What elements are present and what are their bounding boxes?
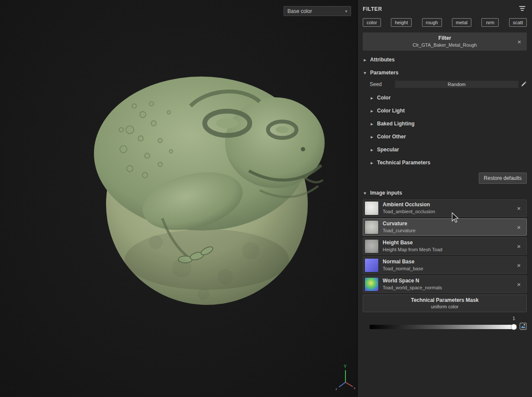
- image-input-source: Height Map from Mesh Toad: [383, 247, 442, 253]
- section-attributes-label: Attributes: [370, 57, 395, 63]
- section-parameters-label: Parameters: [370, 70, 398, 76]
- remove-input-icon[interactable]: ×: [514, 205, 523, 212]
- mask-button-title: Technical Parameters Mask: [363, 297, 526, 303]
- seed-row: Seed Random: [370, 79, 527, 90]
- row-text: Height Base Height Map from Mesh Toad: [383, 239, 442, 253]
- channel-button-height[interactable]: height: [391, 18, 412, 27]
- param-group-specular[interactable]: ▸ Specular: [370, 143, 527, 156]
- section-image-inputs-label: Image inputs: [370, 190, 402, 196]
- slider-image-picker-icon[interactable]: [519, 323, 527, 331]
- image-input-name: Height Base: [383, 239, 442, 247]
- axis-gizmo: Y x z: [334, 362, 358, 394]
- image-input-source: Toad_normal_base: [383, 266, 423, 272]
- chevron-right-icon: ▸: [370, 122, 374, 126]
- image-input-source: Toad_world_space_normals: [383, 285, 442, 291]
- section-parameters[interactable]: ▾ Parameters: [363, 66, 527, 79]
- normal-base-thumbnail: [364, 258, 379, 272]
- remove-input-icon[interactable]: ×: [514, 243, 523, 250]
- chevron-down-icon: ▾: [345, 9, 347, 13]
- filter-close-icon[interactable]: ×: [515, 38, 524, 45]
- param-group-color[interactable]: ▸ Color: [370, 91, 527, 104]
- panel-title: FILTER: [363, 6, 382, 12]
- chevron-right-icon: ▸: [370, 96, 374, 100]
- viewport-canvas[interactable]: [0, 0, 357, 397]
- param-group-color-other[interactable]: ▸ Color Other: [370, 130, 527, 143]
- row-text: World Space N Toad_world_space_normals: [383, 277, 442, 291]
- axis-z-label: z: [335, 387, 337, 391]
- image-input-normal-base[interactable]: Normal Base Toad_normal_base ×: [363, 256, 527, 274]
- chevron-right-icon: ▸: [370, 147, 374, 152]
- image-input-source: Toad_ambient_occlusion: [383, 208, 435, 215]
- viewport-3d: Base color ▾ Y x z: [0, 0, 357, 397]
- param-group-baked-lighting[interactable]: ▸ Baked Lighting: [370, 117, 527, 130]
- channel-buttons: color height rough metal nrm scatt: [358, 18, 532, 27]
- param-group-technical-parameters[interactable]: ▸ Technical Parameters: [370, 156, 527, 169]
- chevron-right-icon: ▸: [363, 58, 367, 62]
- world-space-normals-thumbnail: [364, 277, 379, 291]
- param-group-specular-label: Specular: [377, 147, 399, 153]
- app-window: Base color ▾ Y x z FILTER: [0, 0, 532, 397]
- image-input-name: Normal Base: [383, 258, 423, 266]
- section-attributes[interactable]: ▸ Attributes: [363, 53, 527, 66]
- channel-button-metal[interactable]: metal: [452, 18, 471, 27]
- image-input-curvature[interactable]: Curvature Toad_curvature ×: [363, 218, 527, 236]
- opacity-slider-block: 1: [370, 316, 527, 331]
- opacity-slider-handle[interactable]: [511, 324, 517, 330]
- viewport-channel-dropdown-value: Base color: [287, 8, 312, 14]
- section-image-inputs[interactable]: ▾ Image inputs: [363, 186, 527, 199]
- opacity-slider-track[interactable]: [370, 325, 516, 329]
- seed-value-field[interactable]: Random: [395, 80, 519, 88]
- param-group-color-light-label: Color Light: [377, 108, 405, 114]
- restore-defaults-button[interactable]: Restore defaults: [479, 173, 527, 184]
- opacity-slider-value: 1: [370, 316, 527, 322]
- toad-model-render: [0, 0, 357, 397]
- param-group-baked-lighting-label: Baked Lighting: [377, 121, 415, 127]
- axis-y-label: Y: [344, 364, 347, 369]
- row-text: Curvature Toad_curvature: [383, 220, 416, 234]
- viewport-channel-dropdown[interactable]: Base color ▾: [284, 6, 351, 16]
- filter-card-name: Clr_GTA_Baker_Metal_Rough: [376, 42, 514, 48]
- image-input-height-base[interactable]: Height Base Height Map from Mesh Toad ×: [363, 237, 527, 255]
- seed-edit-pencil-icon[interactable]: [521, 81, 527, 88]
- filter-card[interactable]: Filter Clr_GTA_Baker_Metal_Rough ×: [363, 32, 527, 51]
- remove-input-icon[interactable]: ×: [514, 262, 523, 269]
- mask-button-subtitle: uniform color: [363, 304, 526, 309]
- channel-button-scatt[interactable]: scatt: [509, 18, 527, 27]
- filter-list-icon[interactable]: [518, 5, 527, 13]
- channel-button-color[interactable]: color: [363, 18, 381, 27]
- image-input-name: World Space N: [383, 277, 442, 285]
- image-input-source: Toad_curvature: [383, 227, 416, 234]
- remove-input-icon[interactable]: ×: [514, 281, 523, 288]
- curvature-thumbnail: [364, 220, 379, 234]
- image-input-ambient-occlusion[interactable]: Ambient Occlusion Toad_ambient_occlusion…: [363, 199, 527, 217]
- technical-parameters-mask-button[interactable]: Technical Parameters Mask uniform color: [363, 295, 527, 312]
- seed-label: Seed: [370, 81, 395, 87]
- chevron-right-icon: ▸: [370, 134, 374, 139]
- filter-panel: FILTER color height rough metal nrm scat…: [357, 0, 532, 397]
- chevron-right-icon: ▸: [370, 160, 374, 165]
- chevron-down-icon: ▾: [363, 70, 367, 75]
- panel-header: FILTER: [358, 0, 532, 18]
- param-group-technical-parameters-label: Technical Parameters: [377, 160, 430, 166]
- remove-input-icon[interactable]: ×: [514, 224, 523, 231]
- slider-row: [370, 323, 527, 331]
- seed-value: Random: [448, 82, 466, 87]
- image-input-name: Curvature: [383, 220, 416, 227]
- param-group-color-light[interactable]: ▸ Color Light: [370, 104, 527, 117]
- param-group-color-other-label: Color Other: [377, 134, 406, 140]
- ambient-occlusion-thumbnail: [364, 201, 379, 215]
- chevron-right-icon: ▸: [370, 109, 374, 113]
- chevron-down-icon: ▾: [363, 191, 367, 195]
- channel-button-rough[interactable]: rough: [422, 18, 442, 27]
- row-text: Ambient Occlusion Toad_ambient_occlusion: [383, 201, 435, 215]
- param-group-color-label: Color: [377, 95, 390, 101]
- row-text: Normal Base Toad_normal_base: [383, 258, 423, 272]
- image-input-world-space-normals[interactable]: World Space N Toad_world_space_normals ×: [363, 275, 527, 293]
- image-input-name: Ambient Occlusion: [383, 201, 435, 208]
- filter-card-title: Filter: [376, 35, 514, 41]
- height-base-thumbnail: [364, 239, 379, 253]
- axis-x-label: x: [354, 386, 355, 390]
- panel-body: ▸ Attributes ▾ Parameters Seed Random: [358, 51, 532, 331]
- channel-button-nrm[interactable]: nrm: [481, 18, 499, 27]
- restore-row: Restore defaults: [363, 169, 527, 186]
